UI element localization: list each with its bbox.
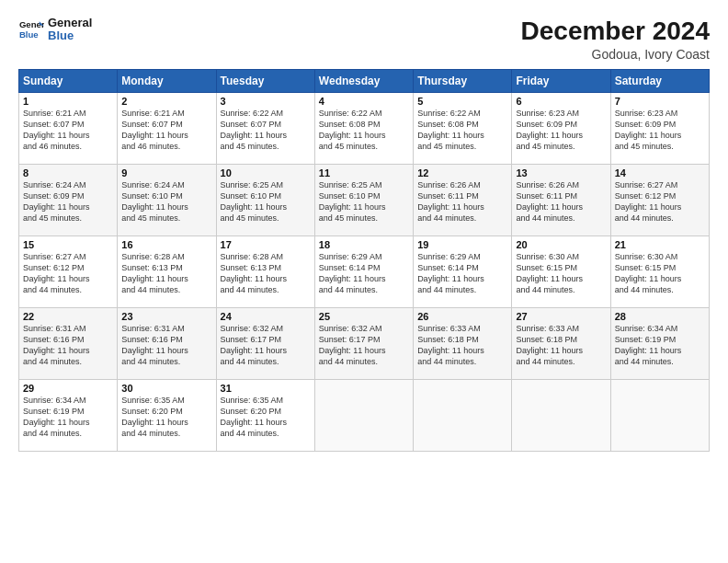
day-info: Sunrise: 6:30 AM Sunset: 6:15 PM Dayligh… xyxy=(516,251,606,296)
day-info: Sunrise: 6:32 AM Sunset: 6:17 PM Dayligh… xyxy=(319,323,409,368)
weekday-header-row: SundayMondayTuesdayWednesdayThursdayFrid… xyxy=(19,70,710,93)
calendar-cell: 14Sunrise: 6:27 AM Sunset: 6:12 PM Dayli… xyxy=(610,165,709,236)
day-number: 4 xyxy=(319,96,409,107)
logo: General Blue General Blue xyxy=(18,17,92,43)
day-number: 13 xyxy=(516,167,606,178)
day-number: 15 xyxy=(23,239,113,250)
calendar-cell: 21Sunrise: 6:30 AM Sunset: 6:15 PM Dayli… xyxy=(610,236,709,308)
day-info: Sunrise: 6:22 AM Sunset: 6:07 PM Dayligh… xyxy=(221,108,311,153)
calendar-cell: 18Sunrise: 6:29 AM Sunset: 6:14 PM Dayli… xyxy=(314,236,413,308)
calendar-cell xyxy=(414,380,512,452)
day-info: Sunrise: 6:22 AM Sunset: 6:08 PM Dayligh… xyxy=(319,108,409,153)
calendar-cell: 29Sunrise: 6:34 AM Sunset: 6:19 PM Dayli… xyxy=(19,380,118,452)
calendar-cell: 16Sunrise: 6:28 AM Sunset: 6:13 PM Dayli… xyxy=(118,236,216,308)
day-number: 28 xyxy=(615,311,705,322)
day-number: 22 xyxy=(23,311,113,322)
calendar-cell: 19Sunrise: 6:29 AM Sunset: 6:14 PM Dayli… xyxy=(414,236,512,308)
day-info: Sunrise: 6:23 AM Sunset: 6:09 PM Dayligh… xyxy=(516,108,606,153)
day-info: Sunrise: 6:34 AM Sunset: 6:19 PM Dayligh… xyxy=(23,395,113,440)
day-number: 18 xyxy=(319,239,409,250)
calendar-cell: 9Sunrise: 6:24 AM Sunset: 6:10 PM Daylig… xyxy=(118,165,216,236)
calendar-cell: 26Sunrise: 6:33 AM Sunset: 6:18 PM Dayli… xyxy=(414,308,512,380)
svg-text:Blue: Blue xyxy=(19,29,39,40)
header: General Blue General Blue December 2024 … xyxy=(18,17,710,62)
day-info: Sunrise: 6:35 AM Sunset: 6:20 PM Dayligh… xyxy=(121,395,211,440)
day-info: Sunrise: 6:25 AM Sunset: 6:10 PM Dayligh… xyxy=(319,179,409,224)
day-info: Sunrise: 6:21 AM Sunset: 6:07 PM Dayligh… xyxy=(23,108,113,153)
calendar-cell: 5Sunrise: 6:22 AM Sunset: 6:08 PM Daylig… xyxy=(414,93,512,165)
calendar-cell: 27Sunrise: 6:33 AM Sunset: 6:18 PM Dayli… xyxy=(512,308,610,380)
day-number: 2 xyxy=(121,96,211,107)
day-number: 25 xyxy=(319,311,409,322)
day-info: Sunrise: 6:28 AM Sunset: 6:13 PM Dayligh… xyxy=(121,251,211,296)
calendar-cell: 20Sunrise: 6:30 AM Sunset: 6:15 PM Dayli… xyxy=(512,236,610,308)
day-number: 23 xyxy=(121,311,211,322)
day-number: 7 xyxy=(615,96,705,107)
calendar-cell: 15Sunrise: 6:27 AM Sunset: 6:12 PM Dayli… xyxy=(19,236,118,308)
day-number: 12 xyxy=(417,167,507,178)
weekday-header-thursday: Thursday xyxy=(414,70,512,93)
day-info: Sunrise: 6:24 AM Sunset: 6:10 PM Dayligh… xyxy=(121,179,211,224)
day-info: Sunrise: 6:28 AM Sunset: 6:13 PM Dayligh… xyxy=(221,251,311,296)
calendar-cell: 24Sunrise: 6:32 AM Sunset: 6:17 PM Dayli… xyxy=(216,308,314,380)
calendar-cell: 23Sunrise: 6:31 AM Sunset: 6:16 PM Dayli… xyxy=(118,308,216,380)
day-number: 5 xyxy=(417,96,507,107)
calendar-week-3: 15Sunrise: 6:27 AM Sunset: 6:12 PM Dayli… xyxy=(19,236,710,308)
day-number: 8 xyxy=(23,167,113,178)
logo-line1: General xyxy=(48,17,92,29)
day-info: Sunrise: 6:25 AM Sunset: 6:10 PM Dayligh… xyxy=(221,179,311,224)
calendar-cell: 2Sunrise: 6:21 AM Sunset: 6:07 PM Daylig… xyxy=(118,93,216,165)
day-number: 24 xyxy=(221,311,311,322)
logo-line2: Blue xyxy=(48,29,92,42)
day-info: Sunrise: 6:33 AM Sunset: 6:18 PM Dayligh… xyxy=(516,323,606,368)
day-number: 6 xyxy=(516,96,606,107)
calendar-cell: 30Sunrise: 6:35 AM Sunset: 6:20 PM Dayli… xyxy=(118,380,216,452)
calendar-cell: 7Sunrise: 6:23 AM Sunset: 6:09 PM Daylig… xyxy=(610,93,709,165)
day-info: Sunrise: 6:34 AM Sunset: 6:19 PM Dayligh… xyxy=(615,323,705,368)
day-info: Sunrise: 6:24 AM Sunset: 6:09 PM Dayligh… xyxy=(23,179,113,224)
calendar-cell xyxy=(314,380,413,452)
day-number: 16 xyxy=(121,239,211,250)
calendar-week-2: 8Sunrise: 6:24 AM Sunset: 6:09 PM Daylig… xyxy=(19,165,710,236)
calendar-week-4: 22Sunrise: 6:31 AM Sunset: 6:16 PM Dayli… xyxy=(19,308,710,380)
calendar-table: SundayMondayTuesdayWednesdayThursdayFrid… xyxy=(18,69,710,452)
day-number: 29 xyxy=(23,383,113,394)
day-number: 11 xyxy=(319,167,409,178)
calendar-cell: 10Sunrise: 6:25 AM Sunset: 6:10 PM Dayli… xyxy=(216,165,314,236)
calendar-cell: 12Sunrise: 6:26 AM Sunset: 6:11 PM Dayli… xyxy=(414,165,512,236)
calendar-cell xyxy=(610,380,709,452)
calendar-cell: 25Sunrise: 6:32 AM Sunset: 6:17 PM Dayli… xyxy=(314,308,413,380)
calendar-week-1: 1Sunrise: 6:21 AM Sunset: 6:07 PM Daylig… xyxy=(19,93,710,165)
day-info: Sunrise: 6:30 AM Sunset: 6:15 PM Dayligh… xyxy=(615,251,705,296)
day-info: Sunrise: 6:32 AM Sunset: 6:17 PM Dayligh… xyxy=(221,323,311,368)
day-number: 26 xyxy=(417,311,507,322)
day-info: Sunrise: 6:27 AM Sunset: 6:12 PM Dayligh… xyxy=(615,179,705,224)
weekday-header-tuesday: Tuesday xyxy=(216,70,314,93)
main-title: December 2024 xyxy=(521,17,710,46)
day-info: Sunrise: 6:29 AM Sunset: 6:14 PM Dayligh… xyxy=(319,251,409,296)
calendar-cell xyxy=(512,380,610,452)
calendar-cell: 1Sunrise: 6:21 AM Sunset: 6:07 PM Daylig… xyxy=(19,93,118,165)
logo-icon: General Blue xyxy=(18,17,44,42)
weekday-header-wednesday: Wednesday xyxy=(314,70,413,93)
day-number: 31 xyxy=(221,383,311,394)
day-number: 14 xyxy=(615,167,705,178)
day-info: Sunrise: 6:22 AM Sunset: 6:08 PM Dayligh… xyxy=(417,108,507,153)
weekday-header-friday: Friday xyxy=(512,70,610,93)
calendar-cell: 17Sunrise: 6:28 AM Sunset: 6:13 PM Dayli… xyxy=(216,236,314,308)
day-number: 3 xyxy=(221,96,311,107)
day-number: 17 xyxy=(221,239,311,250)
day-number: 27 xyxy=(516,311,606,322)
weekday-header-saturday: Saturday xyxy=(610,70,709,93)
calendar-cell: 6Sunrise: 6:23 AM Sunset: 6:09 PM Daylig… xyxy=(512,93,610,165)
day-info: Sunrise: 6:35 AM Sunset: 6:20 PM Dayligh… xyxy=(221,395,311,440)
day-number: 1 xyxy=(23,96,113,107)
day-number: 21 xyxy=(615,239,705,250)
calendar-cell: 28Sunrise: 6:34 AM Sunset: 6:19 PM Dayli… xyxy=(610,308,709,380)
title-area: December 2024 Godoua, Ivory Coast xyxy=(521,17,710,62)
weekday-header-monday: Monday xyxy=(118,70,216,93)
day-number: 20 xyxy=(516,239,606,250)
day-info: Sunrise: 6:21 AM Sunset: 6:07 PM Dayligh… xyxy=(121,108,211,153)
day-number: 19 xyxy=(417,239,507,250)
weekday-header-sunday: Sunday xyxy=(19,70,118,93)
